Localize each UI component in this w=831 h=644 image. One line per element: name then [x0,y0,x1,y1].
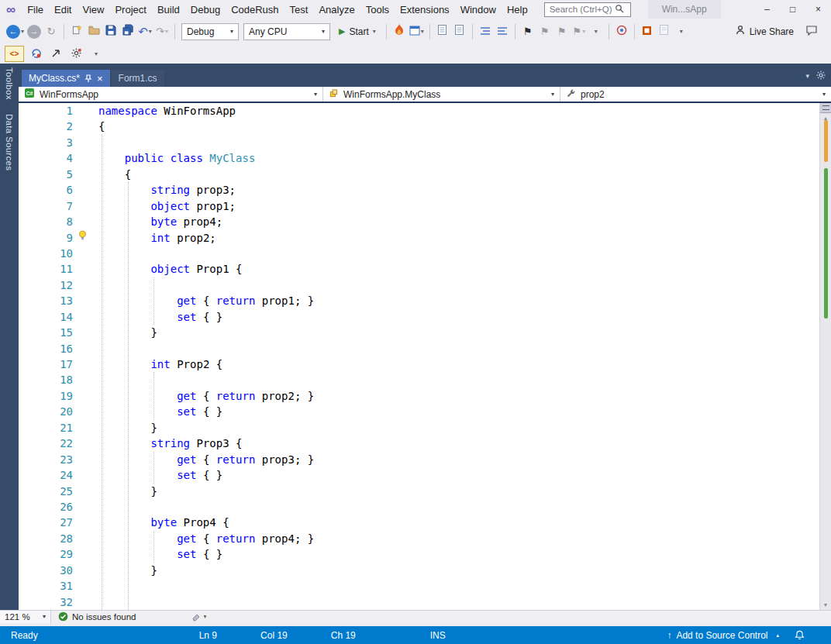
menu-item-coderush[interactable]: CodeRush [226,0,284,19]
code-line[interactable]: 6 string prop3; [19,182,831,198]
hot-reload-button[interactable] [391,22,408,41]
attach-process-button[interactable] [613,22,630,41]
cursor-character-indicator[interactable]: Ch 19 [331,630,356,641]
save-button[interactable] [102,22,119,41]
nav-history-button[interactable]: ↻ [43,22,60,41]
code-line[interactable]: 15 } [19,325,831,340]
outdent-button[interactable] [494,22,511,41]
preview-window-button[interactable]: ▾ [408,22,426,41]
code-line[interactable]: 18 [19,372,831,387]
code-line[interactable]: 22 string Prop3 { [19,436,831,451]
coderush-options-button[interactable] [67,45,84,64]
code-line[interactable]: 25 } [19,484,831,499]
nav-forward-button[interactable]: → [26,22,43,41]
member-dropdown[interactable]: prop2 ▾ [560,87,831,102]
zoom-combo[interactable]: 121 % ▾ [0,611,51,623]
issues-indicator[interactable]: No issues found [51,611,143,623]
code-line[interactable]: 20 set { } [19,404,831,419]
code-line[interactable]: 23 get { return prop3; } [19,452,831,467]
close-button[interactable]: × [805,0,831,19]
code-line[interactable]: 19 get { return prop2; } [19,388,831,404]
code-line[interactable]: 7 object prop1; [19,198,831,214]
solution-config-combo[interactable]: Debug▾ [181,23,239,40]
code-line[interactable]: 13 get { return prop1; } [19,293,831,308]
code-line[interactable]: 5 { [19,167,831,182]
menu-item-project[interactable]: Project [109,0,151,19]
menu-item-view[interactable]: View [77,0,109,19]
tab-myclass-cs[interactable]: MyClass.cs*× [22,70,110,87]
toolbar-overflow-2-button[interactable]: ▾ [673,22,690,41]
code-line[interactable]: 11 object Prop1 { [19,261,831,277]
menu-item-debug[interactable]: Debug [185,0,226,19]
extension-2-button[interactable] [656,22,673,41]
code-line[interactable]: 3 [19,135,831,150]
previous-bookmark-button[interactable]: ⚑ [536,22,553,41]
extension-button[interactable] [639,22,656,41]
menu-item-edit[interactable]: Edit [49,0,77,19]
menu-item-help[interactable]: Help [502,0,533,19]
coderush-refactor-button[interactable] [27,45,44,64]
feedback-button[interactable] [803,22,820,41]
toolbar-overflow-button[interactable]: ▾ [588,22,605,41]
menu-item-extensions[interactable]: Extensions [395,0,455,19]
pin-icon[interactable] [84,74,92,83]
menu-item-tools[interactable]: Tools [360,0,395,19]
live-share-button[interactable]: Live Share [730,25,798,38]
search-input[interactable] [550,5,615,14]
project-dropdown[interactable]: C# WinFormsApp ▾ [19,87,323,102]
menu-item-build[interactable]: Build [152,0,185,19]
new-project-button[interactable] [68,22,85,41]
gear-icon[interactable] [816,71,826,81]
next-bookmark-button[interactable]: ⚑ [553,22,571,41]
menu-item-analyze[interactable]: Analyze [313,0,360,19]
cursor-line-indicator[interactable]: Ln 9 [199,630,217,641]
open-file-button[interactable] [85,22,102,41]
code-line[interactable]: 12 [19,277,831,293]
find-in-files-button[interactable] [434,22,451,41]
code-line[interactable]: 28 get { return prop4; } [19,531,831,546]
platform-combo[interactable]: Any CPU▾ [243,23,330,40]
indent-button[interactable] [477,22,494,41]
lightbulb-icon[interactable] [78,230,88,244]
sidebar-item-data-sources[interactable]: Data Sources [5,114,14,170]
menu-item-test[interactable]: Test [284,0,314,19]
code-line[interactable]: 16 [19,341,831,356]
code-editor[interactable]: 1namespace WinFormsApp2{34 public class … [19,103,831,610]
cursor-column-indicator[interactable]: Col 19 [260,630,288,641]
code-line[interactable]: 4 public class MyClass [19,150,831,166]
code-line[interactable]: 21 } [19,420,831,436]
maximize-button[interactable]: □ [780,0,805,19]
document-outline-button[interactable] [451,22,468,41]
code-line[interactable]: 29 set { } [19,546,831,562]
code-line[interactable]: 32 [19,594,831,610]
insert-mode-indicator[interactable]: INS [430,630,446,641]
nav-back-button[interactable]: ←▾ [5,22,26,41]
code-line[interactable]: 26 [19,499,831,515]
horizontal-scrollbar[interactable] [206,611,831,623]
menu-item-file[interactable]: File [22,0,49,19]
code-line[interactable]: 24 set { } [19,467,831,483]
sidebar-item-toolbox[interactable]: Toolbox [5,67,14,100]
code-line[interactable]: 17 int Prop2 { [19,356,831,372]
code-line[interactable]: 2{ [19,119,831,134]
coderush-button[interactable]: <> [5,46,24,62]
start-button[interactable]: ▶Start▾ [333,22,382,41]
scroll-down-icon[interactable]: ▼ [820,602,831,608]
splitter-handle-icon[interactable] [820,103,831,113]
code-cleanup-button[interactable]: ▾ [191,611,206,623]
bookmark-button[interactable]: ⚑ [519,22,536,41]
tab-form1-cs[interactable]: Form1.cs [112,70,164,87]
clear-bookmarks-button[interactable]: ⚑▾ [571,22,588,41]
code-line[interactable]: 9 int prop2; [19,230,831,246]
code-line[interactable]: 8 byte prop4; [19,214,831,229]
add-to-source-control-button[interactable]: ↑ Add to Source Control ▴ [667,630,779,641]
menu-item-window[interactable]: Window [455,0,502,19]
code-line[interactable]: 30 } [19,563,831,578]
save-all-button[interactable] [119,22,136,41]
code-line[interactable]: 10 [19,246,831,261]
search-box[interactable] [544,2,631,17]
code-line[interactable]: 1namespace WinFormsApp [19,103,831,119]
notifications-bell-icon[interactable] [795,630,805,640]
coderush-overflow-button[interactable]: ▾ [88,45,105,64]
undo-button[interactable]: ↶▾ [136,22,153,41]
